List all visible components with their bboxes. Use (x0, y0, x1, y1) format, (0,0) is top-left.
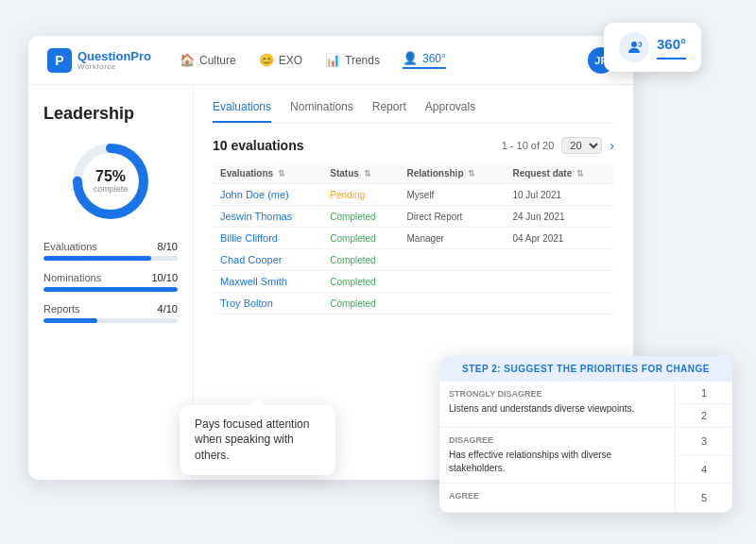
exo-icon: 😊 (259, 53, 274, 67)
step-numbers-col: 34 (676, 428, 732, 483)
nav-bar: P QuestionPro Workforce 🏠 Culture 😊 EXO … (28, 36, 633, 85)
nav-label-360: 360° (422, 52, 446, 65)
table-row: Troy Bolton Completed (213, 293, 614, 314)
donut-label: complete (94, 184, 129, 194)
step-label-col: Strongly Disagree Listens and understand… (439, 382, 676, 427)
table-pagination: 1 - 10 of 20 20 › (502, 137, 614, 154)
tab-approvals[interactable]: Approvals (425, 100, 475, 123)
row-status: Completed (330, 298, 375, 309)
nav-label-exo: EXO (279, 54, 302, 67)
logo: P QuestionPro Workforce (47, 48, 151, 73)
badge-360-popup: 360° (604, 23, 701, 72)
sort-icon-relationship: ⇅ (468, 169, 475, 178)
row-name[interactable]: Chad Cooper (220, 254, 282, 265)
step-row: Agree 5 (439, 484, 732, 513)
row-status: Completed (330, 277, 375, 287)
stat-label-evaluations: Evaluations (43, 241, 97, 252)
step-row: Disagree Has effective relationships wit… (439, 428, 732, 484)
badge-360-underline (657, 58, 686, 60)
row-date: 24 Jun 2021 (512, 212, 564, 222)
stat-val-nominations: 10/10 (151, 272, 178, 283)
home-icon: 🏠 (180, 53, 195, 67)
progress-fill-evaluations (43, 256, 151, 261)
stat-evaluations: Evaluations 8/10 (43, 241, 178, 261)
table-row: Maxwell Smith Completed (213, 271, 614, 293)
row-name[interactable]: Troy Bolton (220, 298, 273, 309)
sort-icon-status: ⇅ (364, 169, 371, 178)
progress-bar-reports (43, 318, 178, 323)
table-row: Billie Clifford Completed Manager 04 Apr… (213, 228, 614, 249)
step-section-label: Disagree (449, 435, 665, 445)
row-status: Completed (330, 255, 375, 265)
page-select[interactable]: 20 (561, 137, 602, 154)
badge-360-icon (619, 32, 649, 62)
col-status: Status ⇅ (322, 163, 399, 184)
table-count: 10 evaluations (213, 138, 304, 153)
stat-nominations: Nominations 10/10 (43, 272, 178, 292)
nav-item-culture[interactable]: 🏠 Culture (180, 53, 236, 67)
left-sidebar: Leadership 75% complete (28, 85, 194, 480)
table-row: Jeswin Thomas Completed Direct Report 24… (213, 206, 614, 228)
table-row: Chad Cooper Completed (213, 249, 614, 271)
step-number[interactable]: 2 (676, 404, 732, 427)
nav-items: 🏠 Culture 😊 EXO 📊 Trends 👤 360° (180, 51, 588, 69)
progress-bar-evaluations (43, 256, 178, 261)
step-section-label: Agree (449, 491, 665, 501)
tabs: Evaluations Nominations Report Approvals (213, 100, 614, 124)
step-card-header: STEP 2: SUGGEST THE PRIORITIES FOR CHANG… (439, 356, 732, 382)
donut-text: 75% complete (94, 169, 129, 194)
step-number[interactable]: 5 (676, 484, 732, 512)
nav-item-exo[interactable]: 😊 EXO (259, 53, 302, 67)
stat-val-evaluations: 8/10 (158, 241, 178, 252)
row-date: 04 Apr 2021 (512, 233, 563, 244)
step-number[interactable]: 3 (676, 428, 732, 456)
tab-evaluations[interactable]: Evaluations (213, 100, 271, 123)
step-card-body: Strongly Disagree Listens and understand… (439, 382, 732, 513)
person-icon: 👤 (403, 51, 418, 65)
logo-main: QuestionPro (77, 50, 151, 62)
step-number[interactable]: 1 (676, 382, 732, 404)
progress-fill-reports (43, 318, 97, 323)
row-status: Pending (330, 190, 365, 200)
nav-label-culture: Culture (199, 54, 236, 67)
progress-fill-nominations (43, 287, 178, 292)
step-row: Strongly Disagree Listens and understand… (439, 382, 732, 428)
step-section-text: Has effective relationships with diverse… (449, 449, 665, 475)
row-date: 10 Jul 2021 (512, 190, 561, 200)
stat-label-reports: Reports (43, 303, 80, 314)
stat-reports: Reports 4/10 (43, 303, 178, 323)
pagination-text: 1 - 10 of 20 (502, 140, 555, 151)
col-relationship: Relationship ⇅ (399, 163, 505, 184)
step-card: STEP 2: SUGGEST THE PRIORITIES FOR CHANG… (439, 356, 732, 513)
nav-item-360[interactable]: 👤 360° (403, 51, 446, 69)
badge-360-text: 360° (657, 36, 686, 52)
stat-val-reports: 4/10 (158, 303, 178, 314)
row-name[interactable]: Billie Clifford (220, 232, 278, 244)
sort-icon-date: ⇅ (576, 169, 584, 178)
stat-label-nominations: Nominations (43, 272, 101, 283)
svg-point-2 (631, 42, 637, 47)
nav-item-trends[interactable]: 📊 Trends (325, 53, 380, 67)
section-title: Leadership (43, 104, 178, 124)
nav-label-trends: Trends (345, 54, 380, 67)
col-evaluations: Evaluations ⇅ (213, 163, 322, 184)
row-name[interactable]: John Doe (me) (220, 189, 289, 200)
step-label-col: Disagree Has effective relationships wit… (439, 428, 676, 483)
row-relationship: Direct Report (406, 212, 462, 222)
step-number[interactable]: 4 (676, 456, 732, 484)
tooltip-text: Pays focused attention when speaking wit… (195, 417, 309, 463)
next-page-arrow[interactable]: › (610, 138, 614, 153)
logo-icon: P (47, 48, 72, 73)
table-row: John Doe (me) Pending Myself 10 Jul 2021 (213, 184, 614, 206)
tab-report[interactable]: Report (372, 100, 406, 123)
logo-text: QuestionPro Workforce (77, 50, 151, 71)
tab-nominations[interactable]: Nominations (290, 100, 353, 123)
step-label-col: Agree (439, 484, 676, 512)
row-name[interactable]: Jeswin Thomas (220, 211, 292, 222)
sort-icon-evaluations: ⇅ (278, 169, 285, 178)
trends-icon: 📊 (325, 53, 340, 67)
evaluations-table: Evaluations ⇅ Status ⇅ Relationship ⇅ (213, 163, 614, 314)
step-section-label: Strongly Disagree (449, 389, 665, 399)
row-name[interactable]: Maxwell Smith (220, 276, 287, 287)
progress-bar-nominations (43, 287, 178, 292)
